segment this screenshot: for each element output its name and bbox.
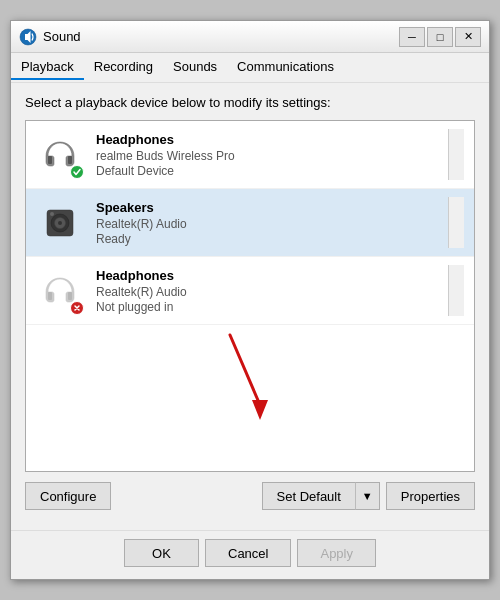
svg-rect-2 [68,156,72,164]
device-sub: Realtek(R) Audio [96,217,448,231]
device-sub: Realtek(R) Audio [96,285,448,299]
svg-rect-8 [48,292,52,300]
menu-recording[interactable]: Recording [84,55,163,80]
menu-sounds[interactable]: Sounds [163,55,227,80]
green-badge [70,165,84,179]
minimize-button[interactable]: ─ [399,27,425,47]
device-info-headphones-unplugged: Headphones Realtek(R) Audio Not plugged … [96,268,448,314]
sound-dialog: Sound ─ □ ✕ Playback Recording Sounds Co… [10,20,490,580]
configure-button[interactable]: Configure [25,482,111,510]
maximize-button[interactable]: □ [427,27,453,47]
svg-marker-11 [252,400,268,420]
sound-icon [19,28,37,46]
svg-rect-9 [68,292,72,300]
device-icon-speakers [36,199,84,247]
window-controls: ─ □ ✕ [399,27,481,47]
cancel-button[interactable]: Cancel [205,539,291,567]
device-icon-headphones-unplugged [36,267,84,315]
device-icon-headphones-default [36,131,84,179]
menu-playback[interactable]: Playback [11,55,84,80]
device-status: Default Device [96,164,448,178]
action-row: Configure Set Default ▼ Properties [25,482,475,510]
scrollbar-indicator [448,197,464,248]
device-item-headphones-unplugged[interactable]: Headphones Realtek(R) Audio Not plugged … [26,257,474,325]
bottom-row: OK Cancel Apply [11,530,489,579]
svg-rect-1 [48,156,52,164]
device-list[interactable]: Headphones realme Buds Wireless Pro Defa… [25,120,475,472]
device-sub: realme Buds Wireless Pro [96,149,448,163]
red-badge [70,301,84,315]
title-bar: Sound ─ □ ✕ [11,21,489,53]
properties-button[interactable]: Properties [386,482,475,510]
set-default-dropdown-button[interactable]: ▼ [355,482,380,510]
ok-button[interactable]: OK [124,539,199,567]
svg-line-10 [230,335,260,405]
speaker-icon [39,202,81,244]
arrow-pointer-area [26,325,474,429]
device-item-speakers[interactable]: Speakers Realtek(R) Audio Ready [26,189,474,257]
device-name: Speakers [96,200,448,215]
device-info-headphones-default: Headphones realme Buds Wireless Pro Defa… [96,132,448,178]
scrollbar-indicator [448,265,464,316]
device-info-speakers: Speakers Realtek(R) Audio Ready [96,200,448,246]
menu-bar: Playback Recording Sounds Communications [11,53,489,83]
apply-button[interactable]: Apply [297,539,376,567]
window-title: Sound [43,29,399,44]
device-status: Not plugged in [96,300,448,314]
content-area: Select a playback device below to modify… [11,83,489,530]
device-name: Headphones [96,132,448,147]
device-item-headphones-default[interactable]: Headphones realme Buds Wireless Pro Defa… [26,121,474,189]
device-status: Ready [96,232,448,246]
instruction-text: Select a playback device below to modify… [25,95,475,110]
scrollbar-indicator [448,129,464,180]
device-name: Headphones [96,268,448,283]
arrow-pointer-icon [210,325,290,425]
menu-communications[interactable]: Communications [227,55,344,80]
svg-point-6 [58,221,62,225]
svg-point-7 [50,212,54,216]
set-default-button[interactable]: Set Default [262,482,355,510]
close-button[interactable]: ✕ [455,27,481,47]
